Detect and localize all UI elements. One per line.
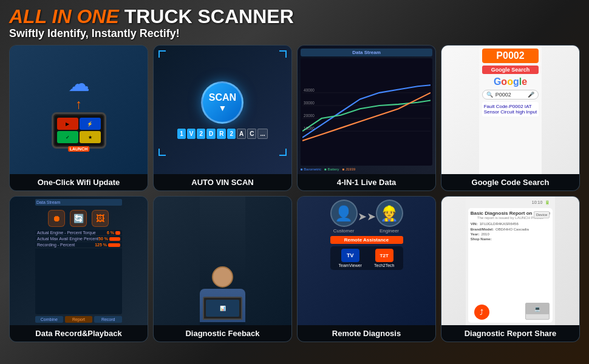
rec-icon-video: ⏺ bbox=[48, 210, 65, 227]
record-bar-3 bbox=[108, 243, 120, 247]
google-search-badge: Google Search bbox=[482, 66, 539, 74]
report-battery: 🔋 bbox=[545, 200, 550, 205]
report-content: 10:10 🔋 Basic Diagnosis Report on Vehicl… bbox=[466, 197, 556, 325]
record-buttons: Combine Report Record bbox=[35, 316, 122, 323]
scan-chevron: ▼ bbox=[219, 103, 227, 113]
record-row-2: Actual Max Avail Engine Percent 50 % bbox=[35, 236, 122, 242]
report-brand-row: Brand/Model: OBD/HHO Cascadia bbox=[471, 227, 551, 232]
device-screen: ▶ ⚡ ✓ ★ LAUNCH bbox=[52, 112, 106, 149]
vin-digit-6: 2 bbox=[227, 129, 236, 139]
laptop-screen-mini: 💻 bbox=[526, 303, 549, 314]
card-vin-scan[interactable]: SCAN ▼ 1 V 2 D R 2 A C ... bbox=[153, 45, 292, 191]
title-white: TRUCK SCANNER bbox=[124, 5, 294, 27]
share-icon[interactable]: ⤴ bbox=[474, 305, 489, 320]
report-time: 10:10 bbox=[532, 200, 543, 205]
legend-green: ■ Battery bbox=[324, 167, 339, 171]
scan-button: SCAN ▼ bbox=[201, 81, 243, 124]
record-bar-2 bbox=[109, 237, 120, 241]
feedback-content: 📊 bbox=[200, 197, 245, 325]
corner-tr bbox=[279, 50, 287, 58]
g-red: o bbox=[501, 76, 507, 87]
card-google-search[interactable]: P0002 Google Search Google 🔍 P0002 🎤 Fau… bbox=[441, 45, 580, 191]
remote-content: 👤 Customer ➤➤ 👷 Engineer Remote Assis bbox=[327, 197, 406, 325]
card-feedback-image: 📊 bbox=[154, 197, 291, 325]
customer-group: 👤 Customer bbox=[330, 200, 358, 234]
card-wifi-label: One-Click Wifi Update bbox=[10, 174, 148, 190]
card-remote-diagnosis[interactable]: 👤 Customer ➤➤ 👷 Engineer Remote Assis bbox=[297, 196, 436, 342]
record-row-3: Recording - Percent 125 % bbox=[35, 242, 122, 248]
engineer-label: Engineer bbox=[380, 228, 399, 234]
mic-icon: 🎤 bbox=[528, 92, 534, 98]
tech2tech-item: T2T Tech2Tech bbox=[374, 249, 394, 268]
engineer-avatar: 👷 bbox=[376, 200, 403, 227]
header: ALL IN ONE TRUCK SCANNER Swiftly Identif… bbox=[9, 6, 580, 40]
app-icon-red: ▶ bbox=[57, 118, 78, 130]
card-google-label: Google Code Search bbox=[441, 174, 579, 190]
vin-digit-8: C bbox=[247, 129, 256, 139]
vin-digit-7: A bbox=[237, 129, 246, 139]
chart-svg: 40000 30000 20000 10000 bbox=[302, 60, 431, 164]
report-vin-value: 1FUJGLDR4KASR6456 bbox=[480, 221, 519, 226]
record-value-1: 6 % bbox=[107, 231, 114, 235]
app-icon-blue: ⚡ bbox=[80, 118, 101, 130]
device-screen-inner: ▶ ⚡ ✓ ★ bbox=[55, 115, 103, 146]
card-remote-image: 👤 Customer ➤➤ 👷 Engineer Remote Assis bbox=[298, 197, 435, 325]
report-brand-label: Brand/Model: bbox=[471, 227, 494, 232]
card-record-label: Data Record&Playback bbox=[10, 325, 148, 342]
customer-icon: 👤 bbox=[335, 205, 353, 222]
google-content: P0002 Google Search Google 🔍 P0002 🎤 Fau… bbox=[479, 46, 542, 174]
card-diagnostic-feedback[interactable]: 📊 Diagnostic Feeback bbox=[153, 196, 292, 342]
data-stream-header: Data Stream bbox=[301, 49, 432, 56]
g-red2: e bbox=[522, 76, 527, 87]
rec-icon-image: 🖼 bbox=[92, 210, 109, 227]
laptop-screen-inner: 📊 bbox=[206, 300, 239, 317]
card-report-share[interactable]: 10:10 🔋 Basic Diagnosis Report on Vehicl… bbox=[441, 196, 580, 342]
vin-digit-2: V bbox=[187, 129, 196, 139]
search-icon-mini: 🔍 bbox=[486, 92, 493, 98]
record-name-3: Recording - Percent bbox=[37, 243, 95, 247]
tech2tech-label: Tech2Tech bbox=[374, 263, 394, 268]
remote-tools: TV TeamViewer T2T Tech2Tech bbox=[330, 246, 403, 270]
scan-text: SCAN bbox=[209, 92, 236, 103]
card-wifi-update[interactable]: ☁ ↑ ▶ ⚡ ✓ ★ LAUNCH One-Click Wifi Update bbox=[9, 45, 148, 191]
main-container: ALL IN ONE TRUCK SCANNER Swiftly Identif… bbox=[0, 0, 589, 364]
google-search-box: 🔍 P0002 🎤 bbox=[482, 90, 539, 99]
app-icon-green: ✓ bbox=[57, 131, 78, 143]
report-brand-value: OBD/HHO Cascadia bbox=[495, 227, 529, 232]
card-vin-label: AUTO VIN SCAN bbox=[154, 174, 291, 190]
rec-btn-combine[interactable]: Combine bbox=[35, 316, 63, 323]
wifi-device-visual: ☁ ↑ ▶ ⚡ ✓ ★ LAUNCH bbox=[52, 46, 106, 174]
report-shop-label: Shop Name: bbox=[471, 237, 492, 241]
record-icons: ⏺ 🔄 🖼 bbox=[35, 207, 122, 230]
svg-text:40000: 40000 bbox=[304, 88, 315, 92]
record-header: Data Stream bbox=[35, 199, 122, 206]
corner-br bbox=[279, 149, 287, 156]
g-yellow: o bbox=[507, 76, 513, 87]
card-record-image: Data Stream ⏺ 🔄 🖼 Actual Engine - Percen… bbox=[10, 197, 148, 325]
card-live-data[interactable]: Data Stream bbox=[297, 45, 436, 191]
vin-digits: 1 V 2 D R 2 A C ... bbox=[177, 129, 268, 139]
vin-digit-3: 2 bbox=[197, 129, 205, 139]
vin-digit-5: R bbox=[217, 129, 226, 139]
person-laptop-group: 📊 bbox=[200, 266, 245, 322]
feature-grid: ☁ ↑ ▶ ⚡ ✓ ★ LAUNCH One-Click Wifi Update bbox=[9, 45, 580, 342]
record-value-3: 125 % bbox=[95, 243, 107, 247]
record-name-2: Actual Max Avail Engine Percent bbox=[37, 237, 98, 241]
rec-btn-record[interactable]: Record bbox=[94, 316, 122, 323]
rec-btn-report[interactable]: Report bbox=[65, 316, 93, 323]
teamviewer-label: TeamViewer bbox=[339, 263, 362, 268]
rec-icon-sync: 🔄 bbox=[70, 210, 87, 227]
report-shop-row: Shop Name: bbox=[471, 237, 551, 241]
card-data-record[interactable]: Data Stream ⏺ 🔄 🖼 Actual Engine - Percen… bbox=[9, 196, 148, 342]
svg-text:30000: 30000 bbox=[304, 101, 315, 105]
engineer-group: 👷 Engineer bbox=[376, 200, 403, 234]
card-google-image: P0002 Google Search Google 🔍 P0002 🎤 Fau… bbox=[441, 46, 579, 174]
customer-label: Customer bbox=[333, 228, 355, 234]
chart-legend: ■ Barometric ■ Battery ■ J1939 bbox=[301, 167, 432, 171]
cloud-icon: ☁ bbox=[68, 71, 90, 96]
app-icon-yellow: ★ bbox=[80, 131, 101, 143]
svg-text:20000: 20000 bbox=[304, 113, 315, 118]
vin-content: SCAN ▼ 1 V 2 D R 2 A C ... bbox=[177, 46, 268, 174]
launch-badge: LAUNCH bbox=[68, 146, 90, 152]
g-blue: G bbox=[494, 76, 501, 87]
